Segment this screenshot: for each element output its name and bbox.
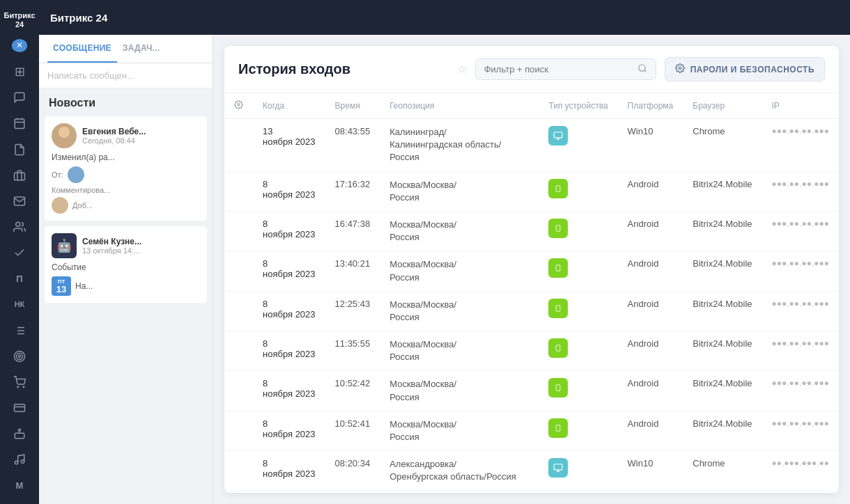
table-gear-icon[interactable] — [234, 100, 243, 111]
feed-compose[interactable]: Написать сообщен... — [39, 63, 212, 88]
mobile-icon — [548, 418, 568, 438]
sidebar-item-id[interactable] — [6, 396, 33, 419]
cell-geo: Москва/Москва/Россия — [380, 251, 539, 291]
cell-geo: Москва/Москва/Россия — [380, 291, 539, 331]
table-row: 8ноября 2023 10:52:42 Москва/Москва/Росс… — [224, 371, 839, 411]
svg-point-28 — [638, 65, 644, 71]
svg-point-20 — [19, 429, 21, 431]
col-ip: IP — [762, 93, 839, 119]
cell-time: 10:52:41 — [325, 411, 380, 450]
svg-point-27 — [54, 139, 74, 148]
table-header-row: Когда Время Геопозиция Тип устройства Пл… — [224, 93, 839, 119]
cell-device — [539, 171, 617, 211]
cell-time: 16:47:38 — [325, 211, 380, 251]
cell-when: 8ноября 2023 — [253, 331, 325, 371]
table-row: 8ноября 2023 10:52:41 Москва/Москва/Росс… — [224, 411, 839, 450]
svg-point-26 — [59, 127, 70, 138]
cell-time: 12:25:43 — [325, 291, 380, 331]
cell-browser: Bitrix24.Mobile — [683, 411, 762, 450]
svg-point-30 — [679, 67, 681, 70]
top-bar: Битрикс 24 — [39, 0, 850, 35]
svg-rect-49 — [555, 464, 563, 470]
tab-tasks[interactable]: ЗАДАЧ... — [117, 35, 166, 63]
cell-ip: ●●●.●●.●●.●●● — [762, 371, 839, 411]
mobile-icon — [548, 219, 568, 238]
cell-browser: Bitrix24.Mobile — [683, 291, 762, 331]
cell-when: 8ноября 2023 — [253, 211, 325, 251]
sidebar-item-users[interactable] — [6, 215, 33, 238]
cell-browser: Bitrix24.Mobile — [683, 171, 762, 211]
history-table: Когда Время Геопозиция Тип устройства Пл… — [224, 93, 839, 493]
cell-device — [539, 411, 617, 450]
mobile-icon — [548, 378, 568, 397]
svg-point-25 — [21, 460, 24, 464]
cell-geo: Калининград/Калининградская область/Росс… — [380, 119, 539, 172]
sidebar-item-checkmark[interactable] — [6, 242, 33, 265]
search-icon[interactable] — [638, 63, 647, 75]
feed-item-2-body: Событие — [52, 262, 200, 272]
cell-time: 08:43:55 — [325, 119, 380, 172]
sidebar-item-nk[interactable]: НК — [6, 293, 33, 316]
mobile-icon — [548, 299, 568, 318]
sidebar-item-document[interactable] — [6, 138, 33, 161]
star-icon[interactable]: ☆ — [457, 63, 467, 76]
feed-item-1-from: От: — [52, 166, 200, 183]
sidebar-item-target[interactable] — [6, 345, 33, 368]
cell-geo: Москва/Москва/Россия — [380, 411, 539, 450]
sidebar-item-filter[interactable] — [6, 319, 33, 342]
feed-item-1-body: Изменил(а) ра... — [52, 152, 200, 162]
sidebar-item-briefcase[interactable] — [6, 164, 33, 187]
feed-item-1-time: Сегодня, 08:44 — [82, 136, 146, 145]
sidebar-item-p[interactable]: П — [6, 267, 33, 290]
history-header: История входов ☆ ПАРОЛИ И БЕЗОПАСНОСТЬ — [224, 46, 839, 93]
cell-device — [539, 251, 617, 291]
tab-messages[interactable]: СООБЩЕНИЕ — [47, 35, 117, 63]
sidebar-item-analytics[interactable]: M — [6, 474, 33, 497]
svg-rect-19 — [15, 433, 24, 439]
content-panel: СООБЩЕНИЕ ЗАДАЧ... Написать сообщен... Н… — [39, 35, 850, 504]
sidebar-item-chat[interactable] — [6, 86, 33, 109]
col-browser: Браузер — [683, 93, 762, 119]
feed-item-1-commenter-avatar — [52, 197, 68, 214]
cell-platform: Win10 — [618, 451, 683, 491]
cell-ip: ●●.●●●.●●●.●● — [762, 451, 839, 491]
cell-settings — [224, 211, 253, 251]
history-panel: История входов ☆ ПАРОЛИ И БЕЗОПАСНОСТЬ — [224, 46, 839, 493]
cell-ip: ●●●.●●.●●.●●● — [762, 211, 839, 251]
svg-rect-17 — [15, 404, 25, 412]
table-row: 13ноября 2023 08:43:55 Калининград/Калин… — [224, 119, 839, 172]
security-button[interactable]: ПАРОЛИ И БЕЗОПАСНОСТЬ — [665, 57, 825, 81]
feed-item-2-time: 13 октября 14:... — [82, 246, 141, 255]
cell-browser: Chrome — [683, 119, 762, 172]
sidebar-close-button[interactable]: ✕ — [12, 39, 27, 52]
col-time: Время — [325, 93, 380, 119]
sidebar-item-mail[interactable] — [6, 189, 33, 212]
sidebar-item-music[interactable] — [6, 448, 33, 471]
table-row: 8ноября 2023 12:25:43 Москва/Москва/Росс… — [224, 291, 839, 331]
table-row: 8ноября 2023 08:20:34 Александровка/Орен… — [224, 451, 839, 491]
svg-point-15 — [17, 386, 19, 388]
col-settings — [224, 93, 253, 119]
search-input[interactable] — [484, 64, 632, 74]
cell-geo: Москва/Москва/Россия — [380, 171, 539, 211]
feed-item-2[interactable]: 🤖 Семён Кузне... 13 октября 14:... Событ… — [45, 226, 207, 303]
cell-platform: Win10 — [618, 119, 683, 172]
cell-geo: Москва/Москва/Россия — [380, 331, 539, 371]
sidebar-item-cart[interactable] — [6, 370, 33, 393]
feed-item-2-name: Семён Кузне... — [82, 237, 141, 246]
cell-when: 8ноября 2023 — [253, 411, 325, 450]
sidebar-item-calendar[interactable] — [6, 112, 33, 135]
feed-section-title: Новости — [39, 88, 212, 113]
feed-item-1-mini-avatar — [68, 166, 84, 183]
security-gear-icon — [675, 63, 685, 75]
event-badge: ПТ 13 — [52, 276, 71, 296]
cell-settings — [224, 171, 253, 211]
feed-item-1[interactable]: Евгения Вебе... Сегодня, 08:44 Изменил(а… — [45, 116, 207, 221]
svg-point-14 — [19, 355, 21, 357]
sidebar-item-grid[interactable]: ⊞ — [6, 61, 33, 84]
sidebar-item-robot[interactable] — [6, 423, 33, 446]
search-bar[interactable] — [475, 58, 656, 80]
mobile-icon — [548, 338, 568, 358]
svg-point-16 — [23, 386, 24, 388]
table-row: 8ноября 2023 11:35:55 Москва/Москва/Росс… — [224, 331, 839, 371]
